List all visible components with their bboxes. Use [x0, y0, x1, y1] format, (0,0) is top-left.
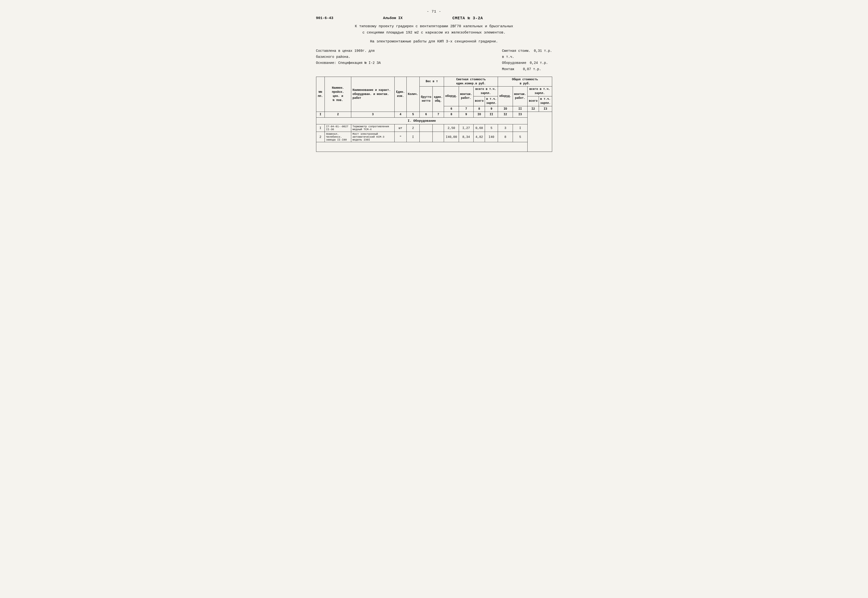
row1-col13: I: [513, 124, 527, 132]
section-title-row: I. Оборудование: [316, 118, 552, 124]
meta-right-value4: 0,07 т.р.: [523, 67, 541, 71]
meta-right-label2: в т.ч.: [502, 54, 552, 60]
row2-qty: I: [406, 132, 419, 142]
th-idx2: 2: [325, 112, 351, 118]
row2-col11: I40: [485, 132, 498, 142]
th-num: №№пп.: [316, 77, 325, 112]
th-col7: 7: [459, 106, 473, 112]
th-idx10: IO: [474, 112, 485, 118]
row1-netto: [433, 124, 444, 132]
table-row: I I7-04-01--0027 II-36 Термометр сопроти…: [316, 124, 552, 132]
row2-col13: 5: [513, 132, 527, 142]
th-total-cost: Общая стоимостьв руб.: [498, 77, 552, 87]
table-col-index: I 2 3 4 5 6 7 8 9 IO II I2 I3: [316, 112, 552, 118]
meta-left-line3: Основание: Спецификация № I-2 ЗА: [316, 60, 381, 66]
th-vsego-zarpl: всего в т.ч.зарпл.: [474, 87, 498, 96]
th-vsego-label2: всего: [528, 96, 539, 106]
th-idx9: 9: [459, 112, 473, 118]
meta-right-value3: 0,24 т.р.: [530, 61, 548, 65]
row2-col8: I40,00: [444, 132, 459, 142]
th-zarpl-label: в т.ч.зарпл.: [485, 96, 498, 106]
row1-col10: 0,68: [474, 124, 485, 132]
page-number: - 71 -: [316, 10, 552, 14]
th-zarpl-label2: в т.ч.зарпл.: [539, 96, 552, 106]
th-col11n: II: [513, 106, 527, 112]
meta-right-value1: 0,31 т.р.: [534, 49, 552, 53]
th-idx3: 3: [351, 112, 395, 118]
row1-name: Термометр сопротивления медный ТСМ-Х: [351, 124, 395, 132]
row1-qty: 2: [406, 124, 419, 132]
row2-num: 2: [316, 132, 325, 142]
th-col10n: IO: [498, 106, 513, 112]
meta-right-label1: Сметная стоим.: [502, 49, 531, 53]
description-line2: с секциями площадью 192 м2 с каркасом из…: [316, 30, 552, 36]
main-table: №№пп. Наимен.прейск.цен. и№ пов. Наимено…: [316, 77, 552, 152]
row1-brutto: [420, 124, 433, 132]
row1-col12: 3: [498, 124, 513, 132]
meta-right-label4: Монтаж: [502, 67, 514, 71]
th-col9n: 9: [485, 106, 498, 112]
th-idx13: I3: [513, 112, 527, 118]
row2-netto: [433, 132, 444, 142]
th-col12n: I2: [528, 106, 539, 112]
row1-col8: 2,50: [444, 124, 459, 132]
th-col8n: 8: [474, 106, 485, 112]
row1-col9: I,27: [459, 124, 473, 132]
th-idx12: I2: [498, 112, 513, 118]
th-netto: един.общ.: [433, 87, 444, 112]
th-qty: Колич.: [406, 77, 419, 112]
th-montaj: монтаж.работ.: [459, 87, 473, 106]
table-header-row1: №№пп. Наимен.прейск.цен. и№ пов. Наимено…: [316, 77, 552, 87]
th-idx11: II: [485, 112, 498, 118]
th-idx6: 6: [420, 112, 433, 118]
header-album: Альбом IX: [383, 16, 403, 21]
row2-brutto: [420, 132, 433, 142]
section-title-cell: I. Оборудование: [316, 118, 528, 124]
row2-name: Мост электронный автоматический КСМ-3 мо…: [351, 132, 395, 142]
row2-col12: 8: [498, 132, 513, 142]
th-montaj2: монтаж.работ.: [513, 87, 527, 106]
header-left: 901-6-43: [316, 16, 333, 21]
th-brutto: бруттонетто: [420, 87, 433, 112]
th-col6: 6: [444, 106, 459, 112]
th-idx8: 8: [444, 112, 459, 118]
meta-left-line1: Составлена в ценах 1969г. для: [316, 48, 381, 54]
row2-col10: 4,82: [474, 132, 485, 142]
th-idx1: I: [316, 112, 325, 118]
th-ref: Наимен.прейск.цен. и№ пов.: [325, 77, 351, 112]
th-idx7: 7: [433, 112, 444, 118]
empty-row-cell: [316, 142, 528, 152]
row2-unit: ": [394, 132, 406, 142]
row2-ref: Номенкл. Челябинск. завода II-I80: [325, 132, 351, 142]
th-smet-cost: Сметная стоимостьедин.измер.в руб.: [444, 77, 498, 87]
th-name: Наименование и характ.оборудован. и монт…: [351, 77, 395, 112]
header-title: СМЕТА № 3-2А: [452, 16, 483, 21]
th-oborud2: оборуд.: [498, 87, 513, 106]
th-vsego-zarpl2: всего в т.ч.зарпл.: [528, 87, 552, 96]
row1-unit: шт: [394, 124, 406, 132]
row1-ref: I7-04-01--0027 II-36: [325, 124, 351, 132]
th-idx5: 5: [406, 112, 419, 118]
row2-col9: 8,34: [459, 132, 473, 142]
th-oborud: оборуд.: [444, 87, 459, 106]
description-line1: К типовому проекту градирен с вентилятор…: [316, 23, 552, 30]
row1-col11: 5: [485, 124, 498, 132]
table-row: 2 Номенкл. Челябинск. завода II-I80 Мост…: [316, 132, 552, 142]
th-unit: Един.изм.: [394, 77, 406, 112]
meta-left-line2: базисного района.: [316, 54, 381, 60]
th-vsego-label: всего: [474, 96, 485, 106]
th-weight: Вес в т: [420, 77, 444, 87]
table-row-empty: [316, 142, 552, 152]
meta-right-label3: Оборудование: [502, 61, 526, 65]
row1-num: I: [316, 124, 325, 132]
th-col13n: I3: [539, 106, 552, 112]
th-idx4: 4: [394, 112, 406, 118]
purpose: На электромонтажные работы для КИП 3-х с…: [370, 39, 498, 43]
